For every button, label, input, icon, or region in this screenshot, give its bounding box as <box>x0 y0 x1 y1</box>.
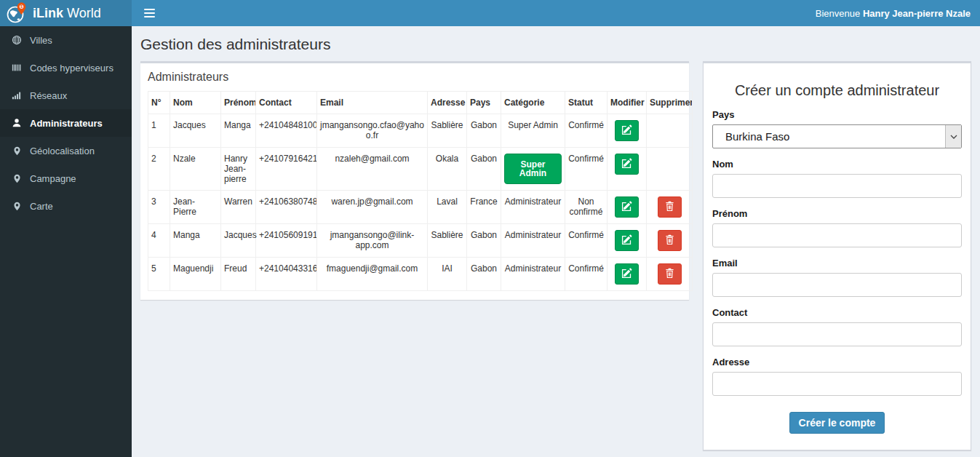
delete-button[interactable] <box>658 230 682 251</box>
cell-contact: +24106380748 <box>256 191 317 224</box>
map-marker-icon <box>11 172 23 184</box>
cell-categorie: Administrateur <box>501 191 565 224</box>
barcode-icon <box>11 62 23 73</box>
pays-select[interactable]: Burkina Faso <box>712 124 962 148</box>
column-header: Nom <box>170 92 221 114</box>
cell-pays: Gabon <box>467 148 501 191</box>
trash-icon <box>665 268 674 281</box>
sidebar-item-label: Villes <box>30 35 52 46</box>
prenom-label: Prénom <box>712 208 962 219</box>
nom-field[interactable] <box>712 174 962 198</box>
edit-button[interactable] <box>615 196 639 218</box>
cell-nom: Jean-Pierre <box>170 191 221 224</box>
map-marker-icon <box>11 200 23 212</box>
cell-modifier <box>607 224 647 258</box>
content-area: Gestion des administrateurs Administrate… <box>132 26 980 457</box>
sidebar-item-r-seaux[interactable]: Réseaux <box>0 82 132 109</box>
user-menu[interactable]: Bienvenue Hanry Jean-pierre Nzale <box>816 8 971 19</box>
form-title: Créer un compte administrateur <box>712 82 962 99</box>
cell-contact: +24104043316 <box>256 258 317 291</box>
cell-nom: Jacques <box>170 114 221 148</box>
cell-supprimer <box>647 114 693 148</box>
cell-num: 3 <box>148 191 170 224</box>
column-header: Statut <box>565 92 607 114</box>
cell-modifier <box>607 191 647 224</box>
create-account-button[interactable]: Créer le compte <box>789 412 885 434</box>
adresse-field[interactable] <box>712 372 962 396</box>
globe-icon <box>11 34 23 46</box>
page-title: Gestion des administrateurs <box>140 36 971 53</box>
cell-num: 4 <box>148 224 170 258</box>
cell-adresse: Laval <box>428 191 467 224</box>
edit-button[interactable] <box>615 263 639 285</box>
column-header: Pays <box>467 92 501 114</box>
cell-prenom: Warren <box>221 191 256 224</box>
sidebar-item-label: Campagne <box>30 173 76 184</box>
sidebar: VillesCodes hyperviseursRéseauxAdministr… <box>0 26 132 457</box>
column-header: Supprimer <box>647 92 693 114</box>
edit-button[interactable] <box>615 154 639 175</box>
cell-supprimer <box>647 258 693 291</box>
cell-modifier <box>607 148 647 191</box>
email-field[interactable] <box>712 273 962 297</box>
cell-email: nzaleh@gmail.com <box>317 148 428 191</box>
cell-nom: Maguendji <box>170 258 221 291</box>
sidebar-item-label: Administrateurs <box>30 118 103 129</box>
cell-categorie: Super Admin <box>501 114 565 148</box>
contact-field[interactable] <box>712 322 962 346</box>
cell-statut: Confirmé <box>565 258 607 291</box>
sidebar-item-campagne[interactable]: Campagne <box>0 164 132 192</box>
form-field-prenom: Prénom <box>712 208 962 247</box>
column-header: Adresse <box>428 92 467 114</box>
cell-pays: Gabon <box>467 258 501 291</box>
navbar: Bienvenue Hanry Jean-pierre Nzale <box>132 0 980 26</box>
sidebar-item-codes-hyperviseurs[interactable]: Codes hyperviseurs <box>0 54 132 82</box>
cell-contact: +24104848100 <box>256 114 317 148</box>
cell-nom: Manga <box>170 224 221 258</box>
edit-button[interactable] <box>615 120 639 141</box>
table-header-row: N°NomPrénomContactEmailAdressePaysCatégo… <box>148 92 693 114</box>
cell-adresse: Sablière <box>428 114 467 148</box>
prenom-field[interactable] <box>712 223 962 247</box>
adresse-label: Adresse <box>712 357 962 367</box>
category-badge-button[interactable]: Super Admin <box>504 154 562 184</box>
sidebar-toggle-button[interactable] <box>141 4 158 22</box>
chevron-down-icon <box>945 125 961 148</box>
sidebar-item-carte[interactable]: Carte <box>0 192 132 220</box>
sidebar-item-administrateurs[interactable]: Administrateurs <box>0 109 132 137</box>
edit-icon <box>621 234 632 247</box>
cell-categorie: Administrateur <box>501 224 565 258</box>
panel-title: Administrateurs <box>140 63 689 91</box>
svg-text:$: $ <box>20 4 23 9</box>
edit-button[interactable] <box>615 230 639 251</box>
delete-button[interactable] <box>658 263 682 285</box>
cell-num: 1 <box>148 114 170 148</box>
cell-categorie: Super Admin <box>501 148 565 191</box>
column-header: Email <box>317 92 428 114</box>
sidebar-item-label: Codes hyperviseurs <box>30 63 113 73</box>
cell-contact: +24105609191 <box>256 224 317 258</box>
cell-nom: Nzale <box>170 148 221 191</box>
table-row: 5MaguendjiFreud+24104043316fmaguendji@gm… <box>148 258 693 291</box>
brand-logo[interactable]: $ iLink World <box>0 0 132 26</box>
cell-pays: France <box>467 191 501 224</box>
sidebar-item-villes[interactable]: Villes <box>0 26 132 54</box>
column-header: Contact <box>256 92 317 114</box>
cell-email: jmangansongo.cfao@yahoo.fr <box>317 114 428 148</box>
sidebar-item-g-olocalisation[interactable]: Géolocalisation <box>0 137 132 164</box>
app-root: $ iLink World Bienvenue Hanry Jean-pierr… <box>0 0 980 457</box>
cell-email: waren.jp@gmail.com <box>317 191 428 224</box>
form-field-nom: Nom <box>712 159 962 198</box>
delete-button[interactable] <box>658 196 682 218</box>
cell-modifier <box>607 114 647 148</box>
cell-email: fmaguendji@gmail.com <box>317 258 428 291</box>
cell-modifier <box>607 258 647 291</box>
cell-supprimer <box>647 224 693 258</box>
cell-statut: Confirmé <box>565 114 607 148</box>
globe-pin-logo-icon: $ <box>6 1 28 25</box>
column-header: Catégorie <box>501 92 565 114</box>
form-field-pays: PaysBurkina Faso <box>712 109 962 148</box>
sidebar-item-label: Réseaux <box>30 90 67 101</box>
trash-icon <box>665 201 674 214</box>
sidebar-item-label: Carte <box>30 201 53 212</box>
